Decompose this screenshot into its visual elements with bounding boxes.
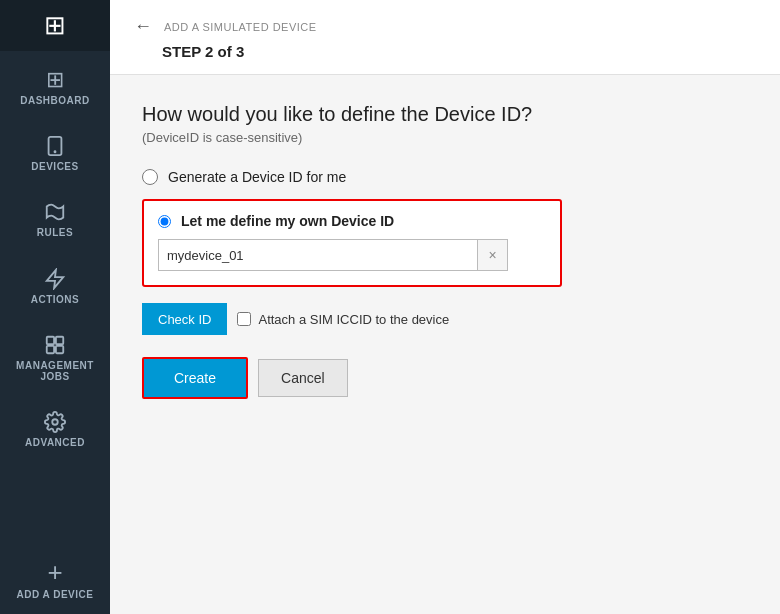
sidebar-bottom: + ADD A DEVICE: [11, 545, 100, 614]
breadcrumb-row: ← ADD A SIMULATED DEVICE: [134, 16, 756, 37]
device-id-input-row: ×: [158, 239, 546, 271]
back-button[interactable]: ←: [134, 16, 156, 37]
sidebar-label-devices: DEVICES: [31, 161, 78, 172]
svg-rect-6: [56, 346, 63, 353]
sidebar-item-add-device[interactable]: + ADD A DEVICE: [11, 545, 100, 614]
option1-radio[interactable]: [142, 169, 158, 185]
sidebar-label-actions: ACTIONS: [31, 294, 80, 305]
sidebar-label-rules: RULES: [37, 227, 73, 238]
management-jobs-icon: [44, 333, 66, 356]
question-subtitle: (DeviceID is case-sensitive): [142, 130, 748, 145]
sidebar: ⊞ ⊞ DASHBOARD DEVICES RULES ACTIONS MANA…: [0, 0, 110, 614]
sidebar-item-devices[interactable]: DEVICES: [0, 120, 110, 186]
option2-radio[interactable]: [158, 215, 171, 228]
content-area: How would you like to define the Device …: [110, 75, 780, 423]
breadcrumb: ADD A SIMULATED DEVICE: [164, 21, 317, 33]
sim-checkbox[interactable]: [237, 312, 251, 326]
svg-point-7: [52, 419, 58, 425]
dashboard-top-icon: ⊞: [44, 10, 66, 41]
check-id-button[interactable]: Check ID: [142, 303, 227, 335]
sidebar-label-advanced: ADVANCED: [25, 437, 85, 448]
cancel-button[interactable]: Cancel: [258, 359, 348, 397]
question-title: How would you like to define the Device …: [142, 103, 748, 126]
option2-label[interactable]: Let me define my own Device ID: [181, 213, 394, 229]
clear-icon: ×: [488, 247, 496, 263]
actions-icon: [44, 266, 66, 289]
sidebar-label-add-device: ADD A DEVICE: [17, 589, 94, 600]
advanced-icon: [44, 410, 66, 433]
back-arrow-icon: ←: [134, 16, 152, 37]
sidebar-label-management-jobs: MANAGEMENT JOBS: [6, 360, 104, 382]
sim-iccid-row: Attach a SIM ICCID to the device: [237, 312, 449, 327]
devices-icon: [44, 134, 66, 157]
clear-input-button[interactable]: ×: [478, 239, 508, 271]
option1-row: Generate a Device ID for me: [142, 169, 748, 185]
svg-marker-2: [47, 269, 64, 287]
svg-rect-5: [47, 346, 54, 353]
sidebar-item-rules[interactable]: RULES: [0, 186, 110, 252]
sidebar-item-management-jobs[interactable]: MANAGEMENT JOBS: [0, 319, 110, 396]
device-id-input[interactable]: [158, 239, 478, 271]
sidebar-label-dashboard: DASHBOARD: [20, 95, 90, 106]
sim-label[interactable]: Attach a SIM ICCID to the device: [258, 312, 449, 327]
svg-rect-4: [56, 337, 63, 344]
create-button-wrapper: Create: [142, 357, 248, 399]
dashboard-icon: ⊞: [46, 69, 64, 91]
sidebar-item-actions[interactable]: ACTIONS: [0, 252, 110, 318]
option2-row: Let me define my own Device ID: [158, 213, 546, 229]
sidebar-item-dashboard[interactable]: ⊞ DASHBOARD: [0, 55, 110, 120]
selected-option-box: Let me define my own Device ID ×: [142, 199, 562, 287]
add-device-icon: +: [47, 559, 62, 585]
rules-icon: [44, 200, 66, 223]
create-button[interactable]: Create: [144, 359, 246, 397]
check-id-row: Check ID Attach a SIM ICCID to the devic…: [142, 303, 748, 335]
page-header: ← ADD A SIMULATED DEVICE STEP 2 of 3: [110, 0, 780, 75]
main-content: ← ADD A SIMULATED DEVICE STEP 2 of 3 How…: [110, 0, 780, 614]
sidebar-logo: ⊞: [0, 0, 110, 51]
step-title: STEP 2 of 3: [162, 43, 756, 60]
action-row: Create Cancel: [142, 357, 748, 399]
sidebar-item-advanced[interactable]: ADVANCED: [0, 396, 110, 462]
svg-rect-3: [47, 337, 54, 344]
option1-label[interactable]: Generate a Device ID for me: [168, 169, 346, 185]
